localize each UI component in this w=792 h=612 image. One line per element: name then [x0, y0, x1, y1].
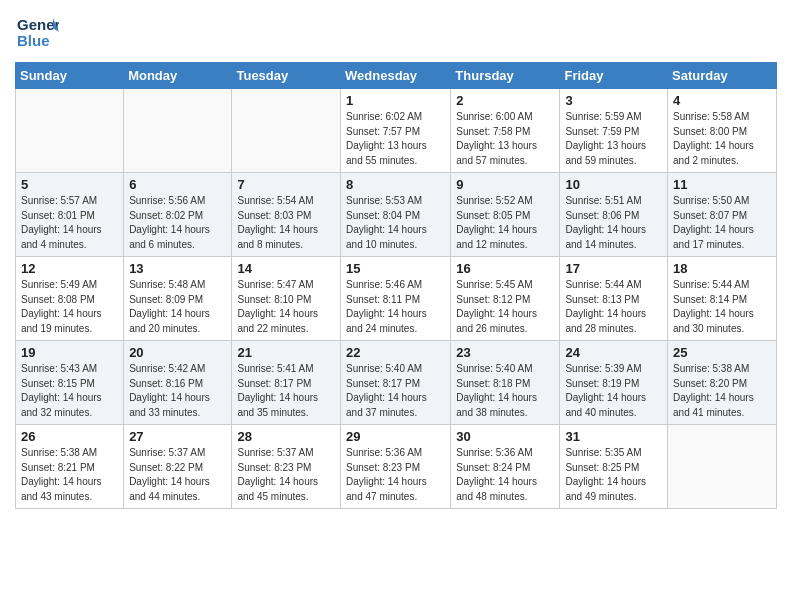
calendar-cell: 2Sunrise: 6:00 AM Sunset: 7:58 PM Daylig… — [451, 89, 560, 173]
day-info: Sunrise: 5:37 AM Sunset: 8:22 PM Dayligh… — [129, 446, 226, 504]
weekday-header-row: SundayMondayTuesdayWednesdayThursdayFrid… — [16, 63, 777, 89]
day-info: Sunrise: 5:37 AM Sunset: 8:23 PM Dayligh… — [237, 446, 335, 504]
day-info: Sunrise: 5:59 AM Sunset: 7:59 PM Dayligh… — [565, 110, 662, 168]
weekday-thursday: Thursday — [451, 63, 560, 89]
calendar-cell: 31Sunrise: 5:35 AM Sunset: 8:25 PM Dayli… — [560, 425, 668, 509]
day-info: Sunrise: 5:58 AM Sunset: 8:00 PM Dayligh… — [673, 110, 771, 168]
day-number: 18 — [673, 261, 771, 276]
calendar-cell: 22Sunrise: 5:40 AM Sunset: 8:17 PM Dayli… — [341, 341, 451, 425]
day-number: 25 — [673, 345, 771, 360]
calendar-cell: 8Sunrise: 5:53 AM Sunset: 8:04 PM Daylig… — [341, 173, 451, 257]
weekday-saturday: Saturday — [668, 63, 777, 89]
calendar-table: SundayMondayTuesdayWednesdayThursdayFrid… — [15, 62, 777, 509]
calendar-cell — [124, 89, 232, 173]
calendar-cell: 26Sunrise: 5:38 AM Sunset: 8:21 PM Dayli… — [16, 425, 124, 509]
day-info: Sunrise: 5:56 AM Sunset: 8:02 PM Dayligh… — [129, 194, 226, 252]
calendar-cell: 17Sunrise: 5:44 AM Sunset: 8:13 PM Dayli… — [560, 257, 668, 341]
day-info: Sunrise: 5:48 AM Sunset: 8:09 PM Dayligh… — [129, 278, 226, 336]
calendar-cell: 20Sunrise: 5:42 AM Sunset: 8:16 PM Dayli… — [124, 341, 232, 425]
calendar-cell: 21Sunrise: 5:41 AM Sunset: 8:17 PM Dayli… — [232, 341, 341, 425]
calendar-cell — [16, 89, 124, 173]
day-number: 8 — [346, 177, 445, 192]
day-number: 19 — [21, 345, 118, 360]
calendar-week-5: 26Sunrise: 5:38 AM Sunset: 8:21 PM Dayli… — [16, 425, 777, 509]
calendar-cell: 18Sunrise: 5:44 AM Sunset: 8:14 PM Dayli… — [668, 257, 777, 341]
day-number: 30 — [456, 429, 554, 444]
day-number: 22 — [346, 345, 445, 360]
day-info: Sunrise: 6:00 AM Sunset: 7:58 PM Dayligh… — [456, 110, 554, 168]
calendar-cell: 6Sunrise: 5:56 AM Sunset: 8:02 PM Daylig… — [124, 173, 232, 257]
day-info: Sunrise: 5:53 AM Sunset: 8:04 PM Dayligh… — [346, 194, 445, 252]
day-number: 6 — [129, 177, 226, 192]
calendar-cell: 14Sunrise: 5:47 AM Sunset: 8:10 PM Dayli… — [232, 257, 341, 341]
calendar-cell: 29Sunrise: 5:36 AM Sunset: 8:23 PM Dayli… — [341, 425, 451, 509]
calendar-cell: 11Sunrise: 5:50 AM Sunset: 8:07 PM Dayli… — [668, 173, 777, 257]
calendar-cell: 7Sunrise: 5:54 AM Sunset: 8:03 PM Daylig… — [232, 173, 341, 257]
day-number: 15 — [346, 261, 445, 276]
weekday-monday: Monday — [124, 63, 232, 89]
day-info: Sunrise: 5:43 AM Sunset: 8:15 PM Dayligh… — [21, 362, 118, 420]
calendar-cell: 9Sunrise: 5:52 AM Sunset: 8:05 PM Daylig… — [451, 173, 560, 257]
day-number: 10 — [565, 177, 662, 192]
day-info: Sunrise: 5:47 AM Sunset: 8:10 PM Dayligh… — [237, 278, 335, 336]
calendar-cell: 25Sunrise: 5:38 AM Sunset: 8:20 PM Dayli… — [668, 341, 777, 425]
day-number: 5 — [21, 177, 118, 192]
day-number: 4 — [673, 93, 771, 108]
day-info: Sunrise: 5:41 AM Sunset: 8:17 PM Dayligh… — [237, 362, 335, 420]
day-info: Sunrise: 5:51 AM Sunset: 8:06 PM Dayligh… — [565, 194, 662, 252]
calendar-cell: 10Sunrise: 5:51 AM Sunset: 8:06 PM Dayli… — [560, 173, 668, 257]
calendar-week-3: 12Sunrise: 5:49 AM Sunset: 8:08 PM Dayli… — [16, 257, 777, 341]
day-info: Sunrise: 5:57 AM Sunset: 8:01 PM Dayligh… — [21, 194, 118, 252]
calendar-week-2: 5Sunrise: 5:57 AM Sunset: 8:01 PM Daylig… — [16, 173, 777, 257]
day-number: 16 — [456, 261, 554, 276]
logo: General Blue — [15, 10, 59, 54]
calendar-cell: 28Sunrise: 5:37 AM Sunset: 8:23 PM Dayli… — [232, 425, 341, 509]
day-number: 27 — [129, 429, 226, 444]
calendar-cell: 4Sunrise: 5:58 AM Sunset: 8:00 PM Daylig… — [668, 89, 777, 173]
day-info: Sunrise: 5:40 AM Sunset: 8:17 PM Dayligh… — [346, 362, 445, 420]
day-number: 24 — [565, 345, 662, 360]
calendar-cell: 13Sunrise: 5:48 AM Sunset: 8:09 PM Dayli… — [124, 257, 232, 341]
weekday-sunday: Sunday — [16, 63, 124, 89]
day-number: 13 — [129, 261, 226, 276]
logo-icon: General Blue — [15, 10, 59, 54]
day-info: Sunrise: 6:02 AM Sunset: 7:57 PM Dayligh… — [346, 110, 445, 168]
day-info: Sunrise: 5:52 AM Sunset: 8:05 PM Dayligh… — [456, 194, 554, 252]
calendar-cell: 15Sunrise: 5:46 AM Sunset: 8:11 PM Dayli… — [341, 257, 451, 341]
day-number: 23 — [456, 345, 554, 360]
calendar-body: 1Sunrise: 6:02 AM Sunset: 7:57 PM Daylig… — [16, 89, 777, 509]
day-number: 20 — [129, 345, 226, 360]
page-header: General Blue — [15, 10, 777, 54]
day-info: Sunrise: 5:46 AM Sunset: 8:11 PM Dayligh… — [346, 278, 445, 336]
day-number: 21 — [237, 345, 335, 360]
day-info: Sunrise: 5:42 AM Sunset: 8:16 PM Dayligh… — [129, 362, 226, 420]
calendar-cell: 5Sunrise: 5:57 AM Sunset: 8:01 PM Daylig… — [16, 173, 124, 257]
day-info: Sunrise: 5:54 AM Sunset: 8:03 PM Dayligh… — [237, 194, 335, 252]
day-number: 1 — [346, 93, 445, 108]
day-number: 11 — [673, 177, 771, 192]
calendar-cell — [668, 425, 777, 509]
day-number: 29 — [346, 429, 445, 444]
day-number: 28 — [237, 429, 335, 444]
weekday-wednesday: Wednesday — [341, 63, 451, 89]
calendar-cell: 23Sunrise: 5:40 AM Sunset: 8:18 PM Dayli… — [451, 341, 560, 425]
day-info: Sunrise: 5:45 AM Sunset: 8:12 PM Dayligh… — [456, 278, 554, 336]
day-info: Sunrise: 5:38 AM Sunset: 8:21 PM Dayligh… — [21, 446, 118, 504]
svg-text:General: General — [17, 16, 59, 33]
calendar-cell: 12Sunrise: 5:49 AM Sunset: 8:08 PM Dayli… — [16, 257, 124, 341]
calendar-cell: 3Sunrise: 5:59 AM Sunset: 7:59 PM Daylig… — [560, 89, 668, 173]
calendar-cell: 24Sunrise: 5:39 AM Sunset: 8:19 PM Dayli… — [560, 341, 668, 425]
day-info: Sunrise: 5:50 AM Sunset: 8:07 PM Dayligh… — [673, 194, 771, 252]
day-info: Sunrise: 5:35 AM Sunset: 8:25 PM Dayligh… — [565, 446, 662, 504]
day-info: Sunrise: 5:44 AM Sunset: 8:14 PM Dayligh… — [673, 278, 771, 336]
day-number: 31 — [565, 429, 662, 444]
day-info: Sunrise: 5:36 AM Sunset: 8:23 PM Dayligh… — [346, 446, 445, 504]
day-number: 14 — [237, 261, 335, 276]
day-info: Sunrise: 5:38 AM Sunset: 8:20 PM Dayligh… — [673, 362, 771, 420]
day-number: 9 — [456, 177, 554, 192]
day-number: 2 — [456, 93, 554, 108]
day-number: 17 — [565, 261, 662, 276]
day-info: Sunrise: 5:40 AM Sunset: 8:18 PM Dayligh… — [456, 362, 554, 420]
weekday-friday: Friday — [560, 63, 668, 89]
day-info: Sunrise: 5:49 AM Sunset: 8:08 PM Dayligh… — [21, 278, 118, 336]
